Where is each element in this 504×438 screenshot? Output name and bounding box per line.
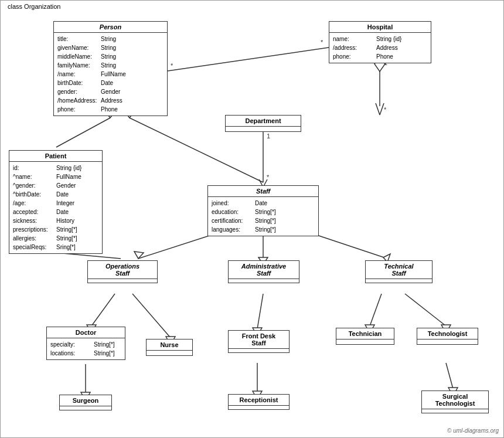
svg-marker-22 — [134, 252, 144, 259]
class-surgeon: Surgeon — [59, 395, 112, 410]
doctor-header: Doctor — [47, 327, 125, 338]
svg-line-2 — [376, 103, 380, 115]
class-front-desk: Front Desk Staff — [228, 330, 290, 353]
person-header: Person — [54, 22, 167, 33]
staff-body: joined:Date education:String[*] certific… — [208, 197, 318, 236]
class-operations-staff: Operations Staff — [87, 260, 158, 283]
svg-text:*: * — [321, 39, 323, 46]
front-desk-header: Front Desk Staff — [229, 331, 289, 349]
svg-text:*: * — [171, 62, 173, 69]
technician-header: Technician — [336, 328, 394, 339]
receptionist-body — [229, 406, 289, 409]
patient-body: id:String {id} ^name:FullName ^gender:Ge… — [9, 162, 102, 253]
technical-staff-header: Technical Staff — [366, 261, 432, 279]
admin-staff-header: Administrative Staff — [229, 261, 299, 279]
patient-header: Patient — [9, 151, 102, 162]
doctor-body: specialty:String[*] locations:String[*] — [47, 338, 125, 359]
technologist-header: Technologist — [417, 328, 478, 339]
hospital-header: Hospital — [329, 22, 431, 33]
department-body — [226, 127, 301, 131]
svg-text:1: 1 — [267, 133, 270, 140]
class-nurse: Nurse — [146, 339, 193, 356]
class-technologist: Technologist — [417, 328, 478, 345]
copyright: © uml-diagrams.org — [447, 427, 499, 434]
class-technical-staff: Technical Staff — [365, 260, 433, 283]
admin-staff-body — [229, 279, 299, 283]
staff-header: Staff — [208, 186, 318, 197]
surgeon-body — [60, 406, 111, 410]
person-body: title:String givenName:String middleName… — [54, 33, 167, 116]
front-desk-body — [229, 349, 289, 352]
technologist-body — [417, 339, 478, 344]
class-department: Department — [225, 115, 301, 132]
class-technician: Technician — [336, 328, 394, 345]
diagram-container: class Organization 1 * 1 * * — [0, 0, 504, 438]
class-patient: Patient id:String {id} ^name:FullName ^g… — [9, 150, 103, 254]
operations-staff-body — [88, 279, 157, 283]
technician-body — [336, 339, 394, 344]
department-header: Department — [226, 116, 301, 127]
hospital-body: name:String {id} /address:Address phone:… — [329, 33, 431, 63]
class-doctor: Doctor specialty:String[*] locations:Str… — [46, 327, 125, 360]
svg-line-41 — [446, 363, 453, 389]
class-receptionist: Receptionist — [228, 394, 290, 410]
class-person: Person title:String givenName:String mid… — [53, 21, 168, 116]
svg-line-3 — [380, 103, 384, 115]
svg-line-33 — [370, 294, 382, 326]
technical-staff-body — [366, 279, 432, 283]
nurse-header: Nurse — [147, 339, 192, 351]
svg-text:*: * — [384, 106, 387, 113]
class-staff: Staff joined:Date education:String[*] ce… — [207, 185, 319, 236]
svg-text:*: * — [267, 174, 270, 181]
diagram-title: class Organization — [5, 3, 63, 10]
svg-line-15 — [168, 47, 329, 71]
class-admin-staff: Administrative Staff — [228, 260, 299, 283]
class-surgical-technologist: Surgical Technologist — [421, 391, 489, 413]
surgical-technologist-body — [422, 409, 488, 413]
svg-line-11 — [56, 118, 110, 147]
surgical-technologist-header: Surgical Technologist — [422, 391, 488, 409]
svg-line-27 — [91, 294, 115, 326]
nurse-body — [147, 351, 192, 355]
class-hospital: Hospital name:String {id} /address:Addre… — [329, 21, 431, 63]
svg-line-29 — [132, 294, 171, 338]
svg-line-31 — [257, 294, 263, 329]
surgeon-header: Surgeon — [60, 395, 111, 406]
operations-staff-header: Operations Staff — [88, 261, 157, 279]
receptionist-header: Receptionist — [229, 395, 289, 406]
svg-line-35 — [405, 294, 446, 326]
